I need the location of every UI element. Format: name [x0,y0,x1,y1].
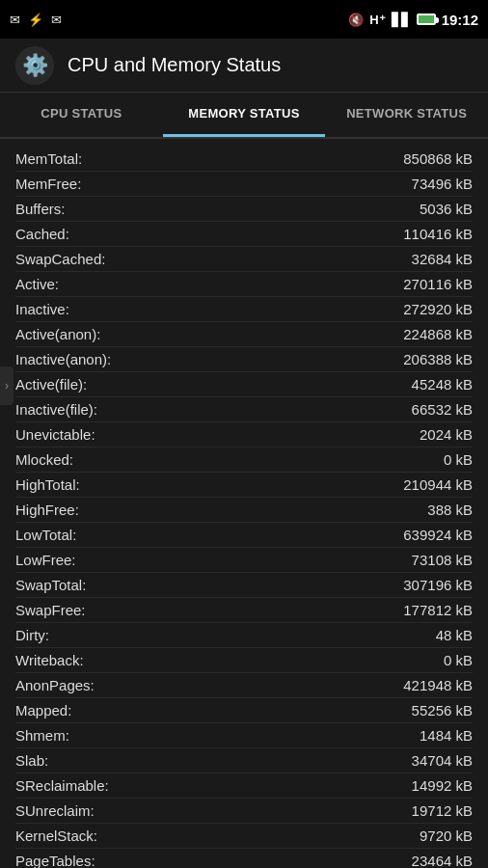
status-bar-right: 🔇 H⁺ ▋▋ 19:12 [348,12,478,28]
table-row: Cached:110416 kB [15,222,473,247]
row-value: 48 kB [436,627,473,643]
app-icon: ⚙️ [15,46,54,85]
envelope-icon: ✉ [10,13,20,27]
row-label: SUnreclaim: [15,802,95,819]
row-label: LowTotal: [15,527,76,543]
table-row: HighTotal:210944 kB [15,473,473,498]
row-label: Inactive: [15,301,69,317]
status-bar-left: ✉ ⚡ ✉ [10,13,62,27]
row-label: MemTotal: [15,150,82,167]
table-row: HighFree:388 kB [15,498,473,523]
tab-memory[interactable]: MEMORY STATUS [163,93,326,137]
row-value: 307196 kB [403,577,473,593]
app-icon-emoji: ⚙️ [22,53,48,78]
signal-plus-icon: H⁺ [369,13,385,27]
row-label: MemFree: [15,176,81,192]
side-arrow[interactable]: › [0,366,14,405]
row-value: 73108 kB [412,552,473,568]
tab-cpu[interactable]: CPU STATUS [0,93,163,137]
table-row: Writeback:0 kB [15,648,473,673]
table-row: SwapFree:177812 kB [15,598,473,623]
row-label: LowFree: [15,552,76,568]
table-row: SReclaimable:14992 kB [15,773,473,799]
battery-icon [417,14,436,25]
row-value: 32684 kB [412,251,473,267]
row-label: Dirty: [15,627,49,643]
tab-network[interactable]: NETWORK STATUS [325,93,488,137]
table-row: Active(anon):224868 kB [15,322,473,347]
table-row: Inactive:272920 kB [15,297,473,322]
row-label: HighTotal: [15,476,80,493]
tab-bar: CPU STATUS MEMORY STATUS NETWORK STATUS [0,93,488,139]
row-label: Active(file): [15,376,87,393]
row-value: 0 kB [444,451,473,468]
mute-icon: 🔇 [348,13,364,27]
table-row: KernelStack:9720 kB [15,824,473,849]
row-label: Buffers: [15,201,65,217]
row-label: Inactive(anon): [15,351,111,367]
row-label: HighFree: [15,502,79,518]
row-value: 73496 kB [412,176,473,192]
table-row: Shmem:1484 kB [15,723,473,748]
table-row: Inactive(file):66532 kB [15,397,473,422]
row-label: KernelStack: [15,827,97,844]
table-row: MemTotal:850868 kB [15,147,473,172]
table-row: Active:270116 kB [15,272,473,297]
row-value: 5036 kB [420,201,473,217]
row-label: Shmem: [15,727,69,744]
table-row: Mlocked:0 kB [15,448,473,473]
table-row: SwapCached:32684 kB [15,247,473,272]
table-row: SwapTotal:307196 kB [15,573,473,598]
clock: 19:12 [442,12,478,28]
row-label: Active: [15,276,59,292]
row-value: 850868 kB [403,150,473,167]
table-row: Active(file):45248 kB [15,372,473,397]
row-label: SwapTotal: [15,577,86,593]
row-value: 270116 kB [403,276,473,292]
row-value: 55256 kB [412,702,473,719]
row-label: SwapFree: [15,602,86,618]
app-header: ⚙️ CPU and Memory Status [0,39,488,93]
table-row: LowTotal:639924 kB [15,523,473,548]
row-value: 0 kB [444,652,473,668]
memory-content: MemTotal:850868 kBMemFree:73496 kBBuffer… [0,139,488,868]
table-row: SUnreclaim:19712 kB [15,799,473,824]
row-value: 9720 kB [420,827,473,844]
table-row: Buffers:5036 kB [15,197,473,222]
usb-icon: ⚡ [28,13,43,27]
row-label: Mapped: [15,702,71,719]
table-row: Slab:34704 kB [15,748,473,773]
row-value: 23464 kB [412,853,473,868]
table-row: LowFree:73108 kB [15,548,473,573]
app-title: CPU and Memory Status [68,54,281,76]
row-label: PageTables: [15,853,95,868]
signal-bars-icon: ▋▋ [392,13,411,27]
row-value: 421948 kB [403,677,473,693]
table-row: PageTables:23464 kB [15,849,473,868]
status-bar: ✉ ⚡ ✉ 🔇 H⁺ ▋▋ 19:12 [0,0,488,39]
table-row: Mapped:55256 kB [15,698,473,723]
row-label: Active(anon): [15,326,100,342]
message-icon: ✉ [51,13,62,27]
table-row: Dirty:48 kB [15,623,473,648]
row-label: Mlocked: [15,451,73,468]
row-label: Inactive(file): [15,401,97,418]
row-label: Writeback: [15,652,84,668]
table-row: AnonPages:421948 kB [15,673,473,698]
row-value: 206388 kB [403,351,473,367]
row-label: SwapCached: [15,251,105,267]
row-value: 34704 kB [412,752,473,769]
row-label: Unevictable: [15,426,95,443]
row-value: 224868 kB [403,326,473,342]
row-value: 177812 kB [403,602,473,618]
row-label: Cached: [15,226,69,242]
row-value: 1484 kB [420,727,473,744]
row-value: 19712 kB [412,802,473,819]
row-value: 14992 kB [412,777,473,794]
row-value: 66532 kB [412,401,473,418]
row-label: Slab: [15,752,48,769]
table-row: Inactive(anon):206388 kB [15,347,473,372]
row-value: 45248 kB [412,376,473,393]
row-value: 639924 kB [403,527,473,543]
table-row: MemFree:73496 kB [15,172,473,197]
